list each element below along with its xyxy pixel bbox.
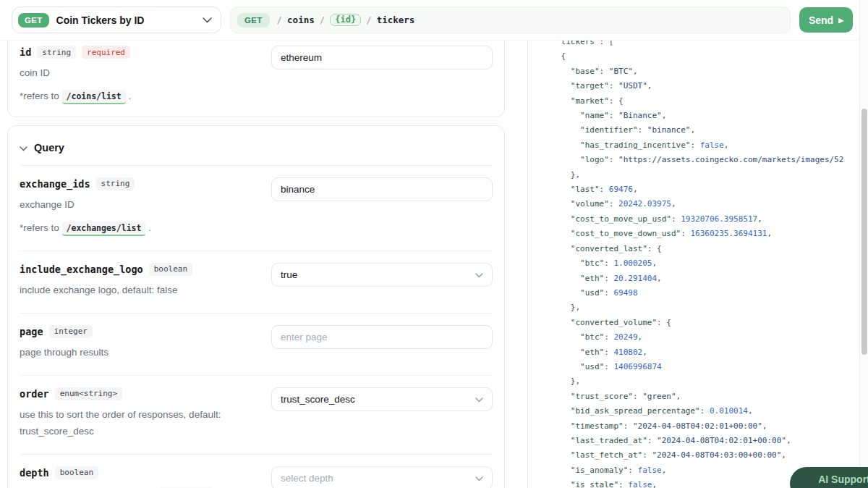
chevron-down-icon <box>475 269 483 280</box>
code-line: "name": "Binance", <box>556 109 868 123</box>
type-badge: boolean <box>149 263 192 276</box>
field-row-id: id string required coin ID *refers to /c… <box>20 46 493 105</box>
send-button[interactable]: Send ▶ <box>799 7 853 33</box>
path-slash: / <box>277 14 283 25</box>
code-line: "cost_to_move_up_usd": 19320706.3958517, <box>556 212 868 227</box>
code-line: "timestamp": "2024-04-08T04:02:01+00:00"… <box>556 419 868 434</box>
chevron-down-icon <box>475 473 483 484</box>
code-line: "bid_ask_spread_percentage": 0.010014, <box>556 404 868 418</box>
field-row-exchange-ids: exchange_ids string exchange ID *refers … <box>20 166 493 251</box>
field-row-depth: depth boolean include 2% orderbook depth… <box>20 455 493 488</box>
type-badge: boolean <box>55 466 98 479</box>
main-content: id string required coin ID *refers to /c… <box>0 41 868 488</box>
field-row-page: page integer page through results <box>20 314 493 376</box>
field-refers-line: *refers to /coins/list . <box>20 88 254 105</box>
id-input[interactable] <box>271 46 493 70</box>
query-section-title: Query <box>34 142 64 153</box>
method-chip: GET <box>237 13 270 28</box>
field-name-order: order <box>20 388 49 400</box>
field-name-include-exchange-logo: include_exchange_logo <box>20 264 143 275</box>
field-name-page: page <box>20 326 43 337</box>
order-select[interactable]: trust_score_desc <box>271 387 493 411</box>
chevron-down-icon <box>203 17 212 23</box>
select-placeholder: select depth <box>281 473 333 484</box>
play-icon: ▶ <box>838 17 843 24</box>
type-badge: integer <box>49 325 93 338</box>
code-line: "last_fetch_at": "2024-04-08T04:03:00+00… <box>556 448 868 463</box>
page-input[interactable] <box>271 325 493 349</box>
code-line: "trust_score": "green", <box>556 390 868 404</box>
path-params-card: id string required coin ID *refers to /c… <box>7 41 505 117</box>
path-slash: / <box>320 14 326 25</box>
code-line: "eth": 410802, <box>556 345 868 360</box>
field-description: exchange ID <box>20 197 254 214</box>
code-line: }, <box>556 168 868 182</box>
select-value: true <box>281 269 297 280</box>
code-line: "usd": 1406996874 <box>556 360 868 374</box>
code-line: "last": 69476, <box>556 182 868 197</box>
exchange-ids-input[interactable] <box>271 177 493 201</box>
query-section-toggle[interactable]: Query <box>20 138 493 166</box>
depth-select[interactable]: select depth <box>271 466 493 488</box>
field-name-exchange-ids: exchange_ids <box>20 178 90 190</box>
request-params-panel: id string required coin ID *refers to /c… <box>0 41 528 488</box>
query-params-card: Query exchange_ids string exchange ID *r… <box>7 125 505 488</box>
code-line: "converted_volume": { <box>556 316 868 330</box>
path-segment-tickers: tickers <box>377 14 415 25</box>
code-line: "eth": 20.291404, <box>556 272 868 286</box>
refers-link-exchanges-list[interactable]: /exchanges/list <box>62 222 146 236</box>
code-line: "cost_to_move_down_usd": 16360235.369413… <box>556 227 868 241</box>
code-line: "base": "BTC", <box>556 64 868 79</box>
chevron-down-icon <box>475 394 483 405</box>
type-badge: enum<string> <box>55 387 122 400</box>
field-name-depth: depth <box>20 467 49 479</box>
endpoint-selector[interactable]: GET Coin Tickers by ID <box>12 7 221 33</box>
code-line: "usd": 69498 <box>556 286 868 300</box>
field-refers-line: *refers to /exchanges/list . <box>20 220 254 237</box>
code-line: "logo": "https://assets.coingecko.com/ma… <box>556 153 868 167</box>
code-line: "tickers": [ <box>556 41 868 49</box>
response-code: "tickers": [ { "base": "BTC", "target": … <box>528 41 868 488</box>
path-segment-coins: coins <box>287 14 315 25</box>
request-path: / coins / {id} / tickers <box>277 14 415 26</box>
field-name-id: id <box>20 46 31 58</box>
required-badge: required <box>82 46 130 59</box>
code-line: "market": { <box>556 94 868 109</box>
field-description: use this to sort the order of responses,… <box>20 407 254 440</box>
path-slash: / <box>366 14 372 25</box>
refers-link-coins-list[interactable]: /coins/list <box>62 90 126 104</box>
select-value: trust_score_desc <box>281 394 355 405</box>
type-badge: string <box>37 46 76 59</box>
code-line: "target": "USDT", <box>556 79 868 93</box>
request-url-bar: GET / coins / {id} / tickers <box>230 7 791 33</box>
field-row-order: order enum<string> use this to sort the … <box>20 376 493 455</box>
method-badge: GET <box>18 13 49 28</box>
code-line: "identifier": "binance", <box>556 123 868 138</box>
chevron-down-icon <box>20 141 27 154</box>
page-scrollbar[interactable] <box>859 0 868 488</box>
code-line: "has_trading_incentive": false, <box>556 138 868 153</box>
code-line: { <box>556 49 868 64</box>
ai-support-label: AI Support <box>818 474 868 485</box>
ai-support-button[interactable]: AI Support <box>790 467 868 488</box>
field-description: include 2% orderbook depth, ie. cost_to_… <box>20 486 254 488</box>
code-line: }, <box>556 300 868 315</box>
code-line: "converted_last": { <box>556 242 868 256</box>
path-param-id: {id} <box>330 14 361 26</box>
code-line: "btc": 1.000205, <box>556 256 868 271</box>
response-panel: "tickers": [ { "base": "BTC", "target": … <box>528 41 868 488</box>
code-line: "last_traded_at": "2024-04-08T04:02:01+0… <box>556 434 868 448</box>
top-bar: GET Coin Tickers by ID GET / coins / {id… <box>0 0 868 41</box>
scrollbar-thumb[interactable] <box>861 109 867 355</box>
field-description: include exchange logo, default: false <box>20 282 254 299</box>
code-line: }, <box>556 374 868 389</box>
include-exchange-logo-select[interactable]: true <box>271 263 493 287</box>
refers-period: . <box>128 91 131 101</box>
field-row-include-exchange-logo: include_exchange_logo boolean include ex… <box>20 251 493 314</box>
refers-text: *refers to <box>20 222 59 233</box>
field-description: page through results <box>20 345 254 361</box>
endpoint-title: Coin Tickers by ID <box>56 14 195 26</box>
send-label: Send <box>809 14 833 26</box>
refers-period: . <box>148 222 151 233</box>
refers-text: *refers to <box>20 91 59 101</box>
